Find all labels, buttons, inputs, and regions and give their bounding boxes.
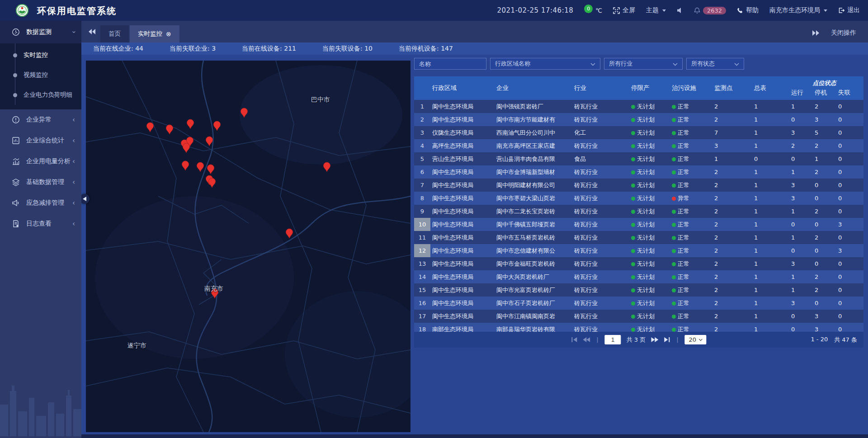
region-filter-select[interactable]: 行政区域名称 [490,58,600,70]
sidebar-item-企业异常[interactable]: 企业异常‹ [0,109,81,130]
theme-menu[interactable]: 主题 [646,6,666,14]
cell-monitor-points: 3 [712,142,752,149]
cell-company: 阆中市忠信建材有限公 [495,247,572,255]
next-page-icon[interactable] [651,337,658,342]
sidebar-item-日志查看[interactable]: 日志查看‹ [0,213,81,234]
cell-running: 3 [789,260,813,267]
alert-circle-icon [12,116,20,124]
app-header: 环保用电监管系统 2021-02-25 17:46:18 0 ℃ 全屏 主题 [0,0,868,21]
status-dot-icon [672,144,676,148]
org-label: 南充市生态环境局 [769,6,820,14]
cell-running: 3 [789,195,813,202]
prev-page-icon[interactable] [583,337,590,342]
tabs-scroll-right-icon[interactable] [812,30,819,36]
row-index: 2 [414,113,430,126]
cell-total-meters: 1 [752,182,789,188]
status-filter-select[interactable]: 所有状态 [686,58,744,70]
sidebar-subitem-企业电力负荷明细[interactable]: 企业电力负荷明细 [0,85,81,105]
notifications[interactable]: 2632 [694,7,726,14]
stats-window-icon [12,137,20,145]
name-filter-input[interactable] [414,58,486,70]
table-row[interactable]: 1阆中生态环境局阆中强锐页岩砖厂砖瓦行业无计划正常21120 [414,100,863,113]
cell-company: 阆中大兴页岩机砖厂 [495,273,572,281]
tab-realtime-monitor[interactable]: 实时监控⊗ [130,25,179,42]
table-row[interactable]: 14阆中生态环境局阆中大兴页岩机砖厂砖瓦行业无计划正常21120 [414,270,863,283]
fullscreen-button[interactable]: 全屏 [613,6,635,14]
sidebar-subitem-视频监控[interactable]: 视频监控 [0,65,81,85]
sidebar-item-企业用电量分析[interactable]: 企业用电量分析‹ [0,151,81,172]
industry-filter-select[interactable]: 所有行业 [604,58,683,70]
sidebar-item-应急减排管理[interactable]: 应急减排管理‹ [0,193,81,213]
cell-running: 1 [789,103,813,110]
table-row[interactable]: 10阆中生态环境局阆中千佛镇五郎垭页岩砖瓦行业无计划正常21003 [414,218,863,231]
cell-monitor-points: 2 [712,116,752,123]
table-row[interactable]: 6阆中生态环境局阆中市金博瑞新型墙材砖瓦行业无计划正常21120 [414,165,863,179]
tabs-scroll-left-icon[interactable] [89,28,96,36]
logout-button[interactable]: 退出 [838,6,860,14]
cell-region: 阆中生态环境局 [430,207,495,216]
stat-label: 当前在线设备: [242,45,284,52]
tab-home[interactable]: 首页 [100,25,129,42]
cell-monitor-points: 7 [712,129,752,136]
sidebar-group-1: 企业异常‹ [0,109,81,130]
cell-industry: 砖瓦行业 [572,221,629,229]
stat-value: 44 [135,45,143,52]
map-panel[interactable]: 巴中市南充市遂宁市 [86,61,410,432]
help-button[interactable]: 帮助 [737,6,759,14]
table-row[interactable]: 17阆中生态环境局阆中市江南镇阆南页岩砖瓦行业无计划正常21030 [414,310,863,323]
page-size-select[interactable]: 20 [685,335,707,344]
stat-value: 147 [441,45,453,52]
cell-plan-status: 无计划 [629,129,670,137]
status-dot-icon [631,144,635,148]
row-index: 7 [414,179,430,192]
table-row[interactable]: 12阆中生态环境局阆中市忠信建材有限公砖瓦行业无计划正常21003 [414,244,863,257]
app-root: 环保用电监管系统 2021-02-25 17:46:18 0 ℃ 全屏 主题 [0,0,868,438]
cell-monitor-points: 2 [712,326,752,332]
sidebar-item-企业综合统计[interactable]: 企业综合统计‹ [0,130,81,151]
table-row[interactable]: 15阆中生态环境局阆中市光富页岩机砖厂砖瓦行业无计划正常21120 [414,283,863,297]
table-row[interactable]: 5营山生态环境局营山县润丰肉食品有限食品无计划正常10010 [414,152,863,165]
table-row[interactable]: 13阆中生态环境局阆中市金福旺页岩机砖砖瓦行业无计划正常21300 [414,257,863,270]
table-row[interactable]: 2阆中生态环境局阆中市南方节能建材有砖瓦行业无计划正常21030 [414,113,863,126]
cell-company: 西南油气田分公司川中 [495,129,572,137]
first-page-icon[interactable] [571,337,577,342]
table-row[interactable]: 7阆中生态环境局阆中明阳建材有限公司砖瓦行业无计划正常21300 [414,179,863,192]
cell-region: 阆中生态环境局 [430,247,495,255]
table-row[interactable]: 9阆中生态环境局阆中市二龙长宝页岩砖砖瓦行业无计划正常21120 [414,205,863,218]
cell-industry: 砖瓦行业 [572,168,629,176]
table-row[interactable]: 3仪陇生态环境局西南油气田分公司川中化工无计划正常71350 [414,126,863,139]
table-row[interactable]: 8阆中生态环境局阆中市枣碧大梁山页岩砖瓦行业无计划异常21300 [414,192,863,205]
cell-region: 营山生态环境局 [430,155,495,163]
cell-region: 阆中生态环境局 [430,194,495,203]
tab-close-icon[interactable]: ⊗ [166,30,171,38]
last-page-icon[interactable] [664,337,670,342]
cell-industry: 食品 [572,155,629,163]
sound-toggle[interactable] [677,7,683,14]
cell-stopped: 3 [813,313,836,320]
sidebar-item-基础数据管理[interactable]: 基础数据管理‹ [0,172,81,193]
cell-company: 南部县瑞华页岩砖有限 [495,325,572,332]
page-number-input[interactable] [605,335,621,344]
cell-running: 0 [789,326,813,332]
cell-facility-status: 正常 [670,234,712,242]
cell-running: 3 [789,300,813,306]
column-points: 监测点 [712,84,752,92]
table-row[interactable]: 4高坪生态环境局南充市高坪区王家店建砖瓦行业无计划正常31220 [414,139,863,152]
table-row[interactable]: 16阆中生态环境局阆中市石子页岩机砖厂砖瓦行业无计划正常21300 [414,297,863,310]
cell-company: 阆中市枣碧大梁山页岩 [495,194,572,203]
table-row[interactable]: 18南部生态环境局南部县瑞华页岩砖有限砖瓦行业无计划正常21030 [414,323,863,332]
sidebar-subitem-实时监控[interactable]: 实时监控 [0,45,81,65]
cell-plan-status: 无计划 [629,299,670,307]
stat-item: 当前失联企业: 3 [170,45,216,53]
sidebar-submenu: 实时监控视频监控企业电力负荷明细 [0,43,81,109]
org-menu[interactable]: 南充市生态环境局 [769,6,827,14]
bar-chart-icon [12,157,20,165]
cell-disconnected: 0 [836,155,859,162]
cell-running: 1 [789,169,813,175]
fullscreen-icon [613,7,620,14]
sidebar-item-数据监测[interactable]: 数据监测‹ [0,21,81,43]
cell-monitor-points: 2 [712,273,752,280]
table-row[interactable]: 11阆中生态环境局阆中市五马桥页岩机砖砖瓦行业无计划正常21120 [414,231,863,244]
cell-plan-status: 无计划 [629,312,670,320]
close-operations-button[interactable]: 关闭操作 [831,29,856,37]
